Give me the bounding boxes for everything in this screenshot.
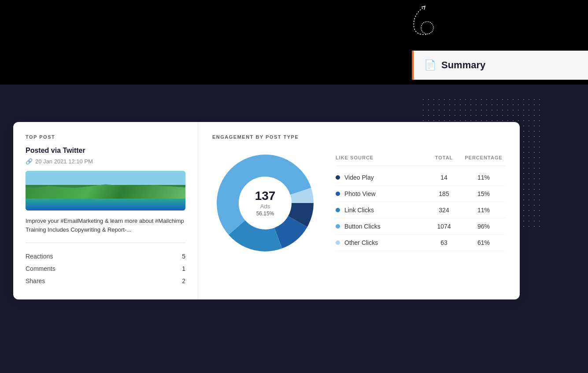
dot-photo-view [336, 192, 340, 196]
post-image-hills [26, 183, 185, 199]
table-row-video-play: Video Play 14 11% [336, 170, 506, 186]
post-source: Posted via Twitter [26, 147, 185, 155]
post-image [26, 171, 185, 211]
stat-row-comments: Comments 1 [26, 262, 185, 275]
table-row-link-clicks: Link Clicks 324 11% [336, 202, 506, 218]
comments-label: Comments [26, 265, 55, 272]
source-label-photo-view: Photo View [344, 190, 376, 197]
table-row-button-clicks: Button Clicks 1074 96% [336, 218, 506, 235]
donut-center: 137 Ads 56.15% [255, 190, 276, 217]
cursor-decoration [403, 4, 438, 39]
summary-icon: 📄 [424, 59, 436, 71]
svg-point-0 [421, 22, 433, 34]
main-card: TOP POST Posted via Twitter 🔗 20 Jan 202… [13, 122, 520, 299]
reactions-value: 5 [182, 253, 185, 260]
shares-value: 2 [182, 277, 185, 284]
row-source-photo-view: Photo View [336, 190, 426, 197]
stat-row-reactions: Reactions 5 [26, 250, 185, 262]
engagement-table: LIKE SOURCE TOTAL PERCENTAGE Video Play … [336, 155, 506, 251]
dot-link-clicks [336, 208, 340, 212]
post-image-inner [26, 171, 185, 211]
th-percentage: PERCENTAGE [462, 155, 506, 160]
left-panel: TOP POST Posted via Twitter 🔗 20 Jan 202… [13, 122, 198, 299]
percent-button-clicks: 96% [462, 223, 506, 230]
donut-percent: 56.15% [255, 211, 276, 217]
dot-video-play [336, 175, 340, 180]
donut-number: 137 [255, 190, 276, 202]
row-source-button-clicks: Button Clicks [336, 223, 426, 230]
post-description: Improve your #EmailMarketing & learn mor… [26, 217, 185, 234]
percent-other-clicks: 61% [462, 239, 506, 246]
total-video-play: 14 [426, 174, 462, 181]
shares-label: Shares [26, 277, 45, 284]
post-date-text: 20 Jan 2021 12:10 PM [35, 158, 93, 165]
stat-row-shares: Shares 2 [26, 275, 185, 287]
right-panel: ENGAGEMENT BY POST TYPE [198, 122, 520, 299]
source-label-other-clicks: Other Clicks [344, 239, 378, 246]
percent-photo-view: 15% [462, 190, 506, 197]
summary-title: Summary [441, 59, 485, 71]
donut-label: Ads [255, 203, 276, 210]
reactions-label: Reactions [26, 253, 53, 260]
engagement-content: 137 Ads 56.15% LIKE SOURCE TOTAL PERCENT… [212, 150, 506, 256]
table-header: LIKE SOURCE TOTAL PERCENTAGE [336, 155, 506, 166]
summary-panel: 📄 Summary [412, 51, 588, 80]
th-source: LIKE SOURCE [336, 155, 426, 160]
row-source-video-play: Video Play [336, 174, 426, 181]
percent-link-clicks: 11% [462, 207, 506, 214]
post-date: 🔗 20 Jan 2021 12:10 PM [26, 158, 185, 165]
table-row-photo-view: Photo View 185 15% [336, 186, 506, 202]
total-button-clicks: 1074 [426, 223, 462, 230]
row-source-link-clicks: Link Clicks [336, 207, 426, 214]
donut-chart-container: 137 Ads 56.15% [212, 150, 318, 256]
dot-button-clicks [336, 224, 340, 229]
link-icon: 🔗 [26, 158, 33, 165]
engagement-title: ENGAGEMENT BY POST TYPE [212, 134, 506, 140]
comments-value: 1 [182, 265, 185, 272]
row-source-other-clicks: Other Clicks [336, 239, 426, 246]
total-other-clicks: 63 [426, 239, 462, 246]
total-photo-view: 185 [426, 190, 462, 197]
th-total: TOTAL [426, 155, 462, 160]
dot-other-clicks [336, 240, 340, 245]
source-label-button-clicks: Button Clicks [344, 223, 381, 230]
top-post-label: TOP POST [26, 134, 185, 140]
percent-video-play: 11% [462, 174, 506, 181]
stats-divider [26, 243, 185, 243]
total-link-clicks: 324 [426, 207, 462, 214]
table-row-other-clicks: Other Clicks 63 61% [336, 235, 506, 251]
source-label-link-clicks: Link Clicks [344, 207, 374, 214]
source-label-video-play: Video Play [344, 174, 374, 181]
